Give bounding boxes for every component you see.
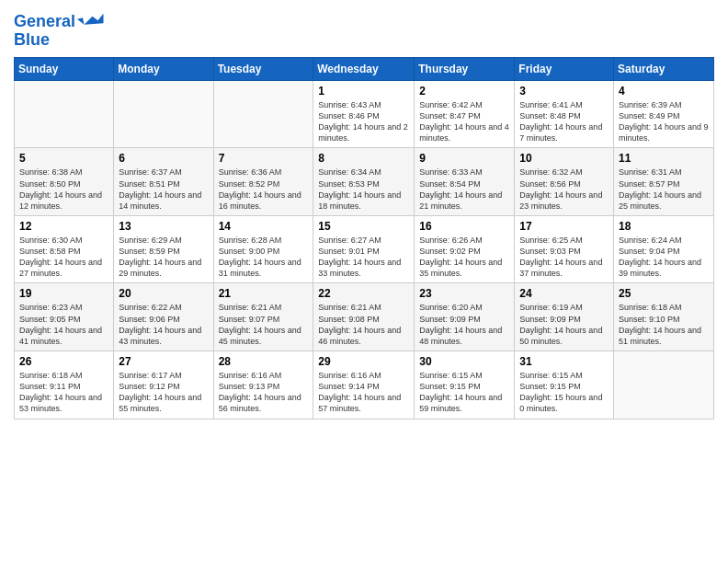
calendar-day-header: Friday [515,57,614,80]
calendar-cell: 17Sunrise: 6:25 AM Sunset: 9:03 PM Dayli… [515,215,614,283]
calendar-cell [15,80,114,148]
day-content: Sunrise: 6:34 AM Sunset: 8:53 PM Dayligh… [318,167,409,212]
day-number: 12 [19,220,108,233]
calendar-cell: 22Sunrise: 6:21 AM Sunset: 9:08 PM Dayli… [313,283,415,351]
calendar-cell: 30Sunrise: 6:15 AM Sunset: 9:15 PM Dayli… [415,351,515,419]
calendar-day-header: Thursday [415,57,515,80]
day-number: 14 [219,220,309,233]
day-content: Sunrise: 6:31 AM Sunset: 8:57 PM Dayligh… [619,167,709,212]
svg-marker-0 [85,14,104,25]
calendar-day-header: Sunday [15,57,114,80]
day-number: 2 [419,85,509,98]
calendar-cell: 14Sunrise: 6:28 AM Sunset: 9:00 PM Dayli… [213,215,313,283]
day-content: Sunrise: 6:16 AM Sunset: 9:14 PM Dayligh… [318,370,409,415]
logo: General Blue [14,9,105,50]
calendar-cell: 6Sunrise: 6:37 AM Sunset: 8:51 PM Daylig… [114,148,213,216]
calendar-cell [213,80,313,148]
day-number: 16 [419,220,509,233]
day-content: Sunrise: 6:33 AM Sunset: 8:54 PM Dayligh… [419,167,509,212]
day-number: 5 [19,152,108,165]
day-content: Sunrise: 6:20 AM Sunset: 9:09 PM Dayligh… [419,302,509,347]
day-content: Sunrise: 6:30 AM Sunset: 8:58 PM Dayligh… [19,235,108,280]
calendar-cell: 25Sunrise: 6:18 AM Sunset: 9:10 PM Dayli… [614,283,714,351]
calendar-cell: 5Sunrise: 6:38 AM Sunset: 8:50 PM Daylig… [15,148,114,216]
day-number: 24 [519,287,609,300]
logo-text-blue: Blue [14,31,105,50]
day-number: 18 [619,220,709,233]
day-content: Sunrise: 6:18 AM Sunset: 9:10 PM Dayligh… [619,302,709,347]
day-content: Sunrise: 6:17 AM Sunset: 9:12 PM Dayligh… [119,370,208,415]
day-number: 21 [219,287,309,300]
day-content: Sunrise: 6:32 AM Sunset: 8:56 PM Dayligh… [519,167,609,212]
day-content: Sunrise: 6:22 AM Sunset: 9:06 PM Dayligh… [119,302,208,347]
calendar-table: SundayMondayTuesdayWednesdayThursdayFrid… [14,57,714,419]
day-number: 9 [419,152,509,165]
calendar-week-row: 1Sunrise: 6:43 AM Sunset: 8:46 PM Daylig… [15,80,714,148]
day-number: 22 [318,287,409,300]
calendar-cell: 23Sunrise: 6:20 AM Sunset: 9:09 PM Dayli… [415,283,515,351]
calendar-week-row: 19Sunrise: 6:23 AM Sunset: 9:05 PM Dayli… [15,283,714,351]
svg-marker-1 [77,17,85,25]
calendar-week-row: 26Sunrise: 6:18 AM Sunset: 9:11 PM Dayli… [15,351,714,419]
calendar-cell: 3Sunrise: 6:41 AM Sunset: 8:48 PM Daylig… [515,80,614,148]
calendar-cell: 12Sunrise: 6:30 AM Sunset: 8:58 PM Dayli… [15,215,114,283]
day-content: Sunrise: 6:25 AM Sunset: 9:03 PM Dayligh… [519,235,609,280]
page: General Blue SundayMondayTuesdayWednesda… [0,0,728,563]
day-content: Sunrise: 6:38 AM Sunset: 8:50 PM Dayligh… [19,167,108,212]
day-content: Sunrise: 6:16 AM Sunset: 9:13 PM Dayligh… [219,370,309,415]
day-number: 19 [19,287,108,300]
day-number: 8 [318,152,409,165]
calendar-cell: 18Sunrise: 6:24 AM Sunset: 9:04 PM Dayli… [614,215,714,283]
calendar-cell: 7Sunrise: 6:36 AM Sunset: 8:52 PM Daylig… [213,148,313,216]
day-number: 23 [419,287,509,300]
day-content: Sunrise: 6:41 AM Sunset: 8:48 PM Dayligh… [519,99,609,144]
day-number: 27 [119,355,208,368]
calendar-day-header: Wednesday [313,57,415,80]
day-content: Sunrise: 6:21 AM Sunset: 9:07 PM Dayligh… [219,302,309,347]
calendar-cell: 27Sunrise: 6:17 AM Sunset: 9:12 PM Dayli… [114,351,213,419]
calendar-cell: 15Sunrise: 6:27 AM Sunset: 9:01 PM Dayli… [313,215,415,283]
day-content: Sunrise: 6:26 AM Sunset: 9:02 PM Dayligh… [419,235,509,280]
day-content: Sunrise: 6:42 AM Sunset: 8:47 PM Dayligh… [419,99,509,144]
day-number: 26 [19,355,108,368]
calendar-cell [114,80,213,148]
calendar-day-header: Saturday [614,57,714,80]
calendar-cell: 31Sunrise: 6:15 AM Sunset: 9:15 PM Dayli… [515,351,614,419]
day-number: 31 [519,355,609,368]
day-content: Sunrise: 6:24 AM Sunset: 9:04 PM Dayligh… [619,235,709,280]
calendar-cell: 10Sunrise: 6:32 AM Sunset: 8:56 PM Dayli… [515,148,614,216]
logo-text-general: General [14,13,75,31]
day-number: 10 [519,152,609,165]
calendar-cell: 9Sunrise: 6:33 AM Sunset: 8:54 PM Daylig… [415,148,515,216]
day-number: 30 [419,355,509,368]
calendar-week-row: 12Sunrise: 6:30 AM Sunset: 8:58 PM Dayli… [15,215,714,283]
day-number: 3 [519,85,609,98]
day-number: 1 [318,85,409,98]
day-content: Sunrise: 6:15 AM Sunset: 9:15 PM Dayligh… [419,370,509,415]
day-number: 11 [619,152,709,165]
day-number: 17 [519,220,609,233]
calendar-cell [614,351,714,419]
calendar-cell: 16Sunrise: 6:26 AM Sunset: 9:02 PM Dayli… [415,215,515,283]
day-content: Sunrise: 6:39 AM Sunset: 8:49 PM Dayligh… [619,99,709,144]
calendar-cell: 1Sunrise: 6:43 AM Sunset: 8:46 PM Daylig… [313,80,415,148]
day-content: Sunrise: 6:43 AM Sunset: 8:46 PM Dayligh… [318,99,409,144]
calendar-cell: 28Sunrise: 6:16 AM Sunset: 9:13 PM Dayli… [213,351,313,419]
calendar-day-header: Tuesday [213,57,313,80]
calendar-cell: 29Sunrise: 6:16 AM Sunset: 9:14 PM Dayli… [313,351,415,419]
day-content: Sunrise: 6:29 AM Sunset: 8:59 PM Dayligh… [119,235,208,280]
day-content: Sunrise: 6:18 AM Sunset: 9:11 PM Dayligh… [19,370,108,415]
calendar-cell: 2Sunrise: 6:42 AM Sunset: 8:47 PM Daylig… [415,80,515,148]
day-number: 28 [219,355,309,368]
day-content: Sunrise: 6:37 AM Sunset: 8:51 PM Dayligh… [119,167,208,212]
day-number: 20 [119,287,208,300]
day-content: Sunrise: 6:15 AM Sunset: 9:15 PM Dayligh… [519,370,609,415]
calendar-cell: 19Sunrise: 6:23 AM Sunset: 9:05 PM Dayli… [15,283,114,351]
calendar-cell: 13Sunrise: 6:29 AM Sunset: 8:59 PM Dayli… [114,215,213,283]
calendar-cell: 11Sunrise: 6:31 AM Sunset: 8:57 PM Dayli… [614,148,714,216]
day-content: Sunrise: 6:36 AM Sunset: 8:52 PM Dayligh… [219,167,309,212]
day-content: Sunrise: 6:19 AM Sunset: 9:09 PM Dayligh… [519,302,609,347]
day-number: 29 [318,355,409,368]
calendar-cell: 4Sunrise: 6:39 AM Sunset: 8:49 PM Daylig… [614,80,714,148]
calendar-cell: 24Sunrise: 6:19 AM Sunset: 9:09 PM Dayli… [515,283,614,351]
